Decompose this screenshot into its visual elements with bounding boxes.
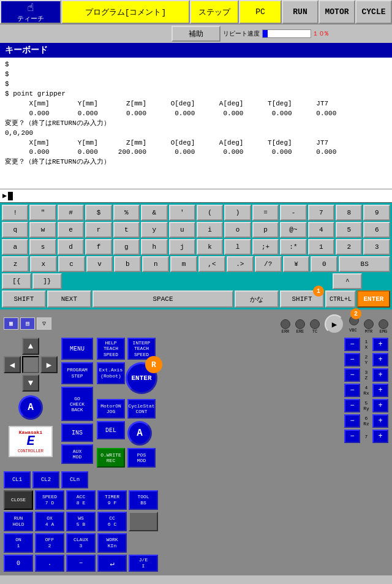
vk-9[interactable]: 9 xyxy=(363,205,390,221)
vk-r[interactable]: r xyxy=(85,222,111,238)
vk-m[interactable]: m xyxy=(170,256,197,272)
close-button[interactable]: CLOSE xyxy=(4,490,33,510)
vk-quote[interactable]: " xyxy=(29,205,56,221)
vk-percent[interactable]: % xyxy=(113,205,140,221)
axis3-minus[interactable]: − xyxy=(344,368,360,382)
vk-y[interactable]: y xyxy=(141,222,167,238)
axis6-plus[interactable]: + xyxy=(372,414,388,428)
vk-v[interactable]: v xyxy=(86,256,113,272)
timer-button[interactable]: TIMER 9 F xyxy=(97,490,127,510)
program-button[interactable]: プログラム[コメント] xyxy=(61,0,190,24)
vk-semicolon[interactable]: ;+ xyxy=(252,239,279,255)
axis7-minus[interactable]: − xyxy=(344,430,360,443)
ws-button[interactable]: WS 5 B xyxy=(66,512,96,531)
vk-2[interactable]: 2 xyxy=(336,239,362,255)
del-button[interactable]: DEL xyxy=(97,421,125,439)
run-hold-button[interactable]: RUN HOLD xyxy=(4,512,33,531)
owrite-rec-button[interactable]: O.WRITE REC xyxy=(97,448,125,468)
cln-button[interactable]: CLn xyxy=(61,471,88,488)
cc-button[interactable]: CC 6 C xyxy=(97,512,127,531)
aux-mod-button[interactable]: AUX MOD xyxy=(61,444,93,464)
vk-d[interactable]: d xyxy=(58,239,84,255)
vk-shift-left[interactable]: SHIFT xyxy=(2,290,46,308)
vk-n[interactable]: n xyxy=(142,256,169,272)
vk-1[interactable]: 1 xyxy=(308,239,334,255)
vk-a[interactable]: a xyxy=(2,239,28,255)
vk-q[interactable]: q xyxy=(2,222,28,238)
dpad-down[interactable]: ▼ xyxy=(22,374,39,392)
vk-exclaim[interactable]: ! xyxy=(2,205,28,221)
cl1-button[interactable]: CL1 xyxy=(4,471,31,488)
vk-w[interactable]: w xyxy=(29,222,56,238)
vk-caret[interactable]: ^ xyxy=(333,273,362,289)
work-button[interactable]: WORK KIn xyxy=(97,533,127,553)
vk-at[interactable]: @~ xyxy=(280,222,306,238)
hojo-button[interactable]: 補助 xyxy=(172,26,221,42)
motor-button[interactable]: MOTOR xyxy=(318,0,355,24)
cycle-button[interactable]: CYCLE xyxy=(355,0,392,24)
axis7-plus[interactable]: + xyxy=(372,430,388,443)
vk-kana[interactable]: かな xyxy=(235,290,279,308)
je-button[interactable]: J/E I xyxy=(129,555,158,572)
vk-rbrace[interactable]: ]} xyxy=(32,273,62,289)
program-step-button[interactable]: PROGRAM STEP xyxy=(61,362,93,384)
vk-dollar[interactable]: $ xyxy=(85,205,111,221)
vk-period[interactable]: .> xyxy=(227,256,254,272)
vk-g[interactable]: g xyxy=(113,239,140,255)
vk-5[interactable]: 5 xyxy=(336,222,362,238)
step-button[interactable]: ステップ xyxy=(190,0,239,24)
vk-colon[interactable]: :* xyxy=(280,239,306,255)
cc-gray-button[interactable] xyxy=(129,512,158,531)
vk-comma[interactable]: ,< xyxy=(198,256,225,272)
vk-apos[interactable]: ' xyxy=(169,205,195,221)
vk-z[interactable]: z xyxy=(2,256,29,272)
vk-x[interactable]: x xyxy=(30,256,57,272)
vk-s[interactable]: s xyxy=(29,239,56,255)
cl2-button[interactable]: CL2 xyxy=(32,471,59,488)
vk-lparen[interactable]: ( xyxy=(197,205,223,221)
r-button[interactable]: R xyxy=(145,356,162,373)
dot-button[interactable]: . xyxy=(35,555,64,572)
vk-minus[interactable]: - xyxy=(280,205,306,221)
dpad-left[interactable]: ◀ xyxy=(4,356,21,373)
vk-next[interactable]: NEXT xyxy=(47,290,91,308)
axis4-minus[interactable]: − xyxy=(344,384,360,397)
vk-e[interactable]: e xyxy=(58,222,84,238)
claux-button[interactable]: CLAUX 3 xyxy=(66,533,96,553)
pc-button[interactable]: PC xyxy=(239,0,282,24)
axis5-minus[interactable]: − xyxy=(344,399,360,412)
motor-jog-button[interactable]: MotorON JOG xyxy=(97,399,125,419)
vk-j[interactable]: j xyxy=(169,239,195,255)
axis6-minus[interactable]: − xyxy=(344,414,360,428)
tool-button[interactable]: TOOL BS xyxy=(129,490,158,510)
axis2-minus[interactable]: − xyxy=(344,353,360,366)
minus-small-button[interactable]: − xyxy=(66,555,96,572)
axis3-plus[interactable]: + xyxy=(372,368,388,382)
vk-4[interactable]: 4 xyxy=(308,222,334,238)
axis2-plus[interactable]: + xyxy=(372,353,388,366)
acc-button[interactable]: ACC 8 E xyxy=(66,490,96,510)
vk-space[interactable]: SPACE xyxy=(92,290,233,308)
enter-small-button[interactable]: ↵ xyxy=(97,555,127,572)
vk-o[interactable]: o xyxy=(224,222,251,238)
teach-button[interactable]: ☝ ティーチ xyxy=(0,0,61,24)
play-button[interactable]: ▶ xyxy=(325,314,344,334)
cycle-stat-button[interactable]: CycleStat CONT xyxy=(127,399,156,419)
ext-axis-button[interactable]: Ext.Axis (Robot) xyxy=(97,362,125,384)
vk-amp[interactable]: & xyxy=(141,205,167,221)
a-button-right[interactable]: A xyxy=(127,421,152,446)
vk-f[interactable]: f xyxy=(85,239,111,255)
axis1-plus[interactable]: + xyxy=(372,338,388,351)
vk-0[interactable]: 0 xyxy=(311,256,337,272)
vk-t[interactable]: t xyxy=(113,222,140,238)
vk-8[interactable]: 8 xyxy=(336,205,362,221)
vk-p[interactable]: p xyxy=(252,222,279,238)
vk-yen[interactable]: ¥ xyxy=(283,256,310,272)
vk-3[interactable]: 3 xyxy=(363,239,390,255)
speed-button[interactable]: SPEED 7 D xyxy=(35,490,64,510)
vk-c[interactable]: c xyxy=(58,256,85,272)
dpad-right[interactable]: ▶ xyxy=(40,356,58,373)
menu-button[interactable]: MENU xyxy=(61,338,93,360)
input-line[interactable]: ▶ xyxy=(0,189,392,203)
vk-eq[interactable]: = xyxy=(252,205,279,221)
